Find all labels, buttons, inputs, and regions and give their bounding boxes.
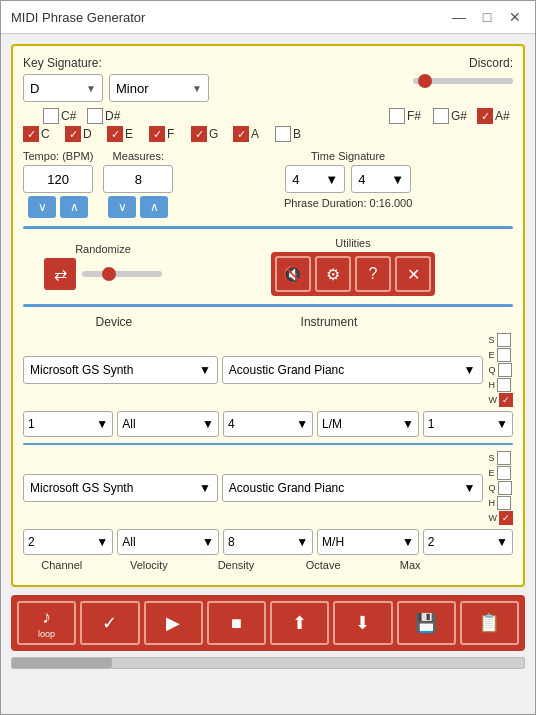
track1-cb-e[interactable] <box>497 348 511 362</box>
note-label-a: A <box>251 127 259 141</box>
stop-button[interactable]: ■ <box>207 601 266 645</box>
tempo-down-btn[interactable]: ∨ <box>28 196 56 218</box>
scrollbar[interactable] <box>11 657 525 669</box>
loop-button[interactable]: ♪ loop <box>17 601 76 645</box>
tempo-label: Tempo: (BPM) <box>23 150 93 162</box>
checkbox-g[interactable] <box>191 126 207 142</box>
maximize-button[interactable]: □ <box>477 7 497 27</box>
note-label-cs: C# <box>61 109 76 123</box>
measures-input[interactable] <box>103 165 173 193</box>
track1-density-val: 4 <box>228 417 235 431</box>
track2-channel-dd[interactable]: 2 ▼ <box>23 529 113 555</box>
discord-label: Discord: <box>469 56 513 70</box>
notes-row-sharps: C# D# F# G# <box>23 108 513 124</box>
save-button[interactable]: 💾 <box>397 601 456 645</box>
scroll-thumb[interactable] <box>12 658 112 668</box>
track1-ch-arrow: ▼ <box>96 417 108 431</box>
loop-label: loop <box>38 629 55 639</box>
tempo-up-btn[interactable]: ∧ <box>60 196 88 218</box>
mute-button[interactable]: 🔇 <box>275 256 311 292</box>
export-up-button[interactable]: ⬆ <box>270 601 329 645</box>
track-divider <box>23 443 513 445</box>
checkbox-fs[interactable] <box>389 108 405 124</box>
track1-density-dd[interactable]: 4 ▼ <box>223 411 313 437</box>
mode-dropdown[interactable]: Minor ▼ <box>109 74 209 102</box>
note-label-c: C <box>41 127 50 141</box>
checkbox-gs[interactable] <box>433 108 449 124</box>
track1-channel-dd[interactable]: 1 ▼ <box>23 411 113 437</box>
track1-max-dd[interactable]: 1 ▼ <box>423 411 513 437</box>
track1-cb-w[interactable] <box>499 393 513 407</box>
measures-down-btn[interactable]: ∨ <box>108 196 136 218</box>
discord-slider[interactable] <box>413 78 513 84</box>
stop-icon: ■ <box>231 613 242 634</box>
track2-cb-s[interactable] <box>497 451 511 465</box>
minimize-button[interactable]: — <box>449 7 469 27</box>
help-button[interactable]: ? <box>355 256 391 292</box>
track1-side-q: Q <box>489 363 514 377</box>
time-top-value: 4 <box>292 172 299 187</box>
randomize-thumb[interactable] <box>102 267 116 281</box>
tempo-input[interactable] <box>23 165 93 193</box>
checkbox-e[interactable] <box>107 126 123 142</box>
track2-cb-q[interactable] <box>498 481 512 495</box>
discord-thumb[interactable] <box>418 74 432 88</box>
track1-velocity-dd[interactable]: All ▼ <box>117 411 219 437</box>
track2-cb-w[interactable] <box>499 511 513 525</box>
measures-up-btn[interactable]: ∧ <box>140 196 168 218</box>
note-item-d: D <box>65 126 101 142</box>
key-sig-block: Key Signature: D ▼ Minor ▼ <box>23 56 209 102</box>
checkbox-d[interactable] <box>65 126 81 142</box>
copy-button[interactable]: 📋 <box>460 601 519 645</box>
track2-q-label: Q <box>489 483 496 493</box>
track2-density-dd[interactable]: 8 ▼ <box>223 529 313 555</box>
track2-device-dropdown[interactable]: Microsoft GS Synth ▼ <box>23 474 218 502</box>
checkbox-c[interactable] <box>23 126 39 142</box>
track1-velocity-val: All <box>122 417 135 431</box>
settings-button[interactable]: ⚙ <box>315 256 351 292</box>
track1-den-arrow: ▼ <box>296 417 308 431</box>
track1-octave-dd[interactable]: L/M ▼ <box>317 411 419 437</box>
track2-cb-e[interactable] <box>497 466 511 480</box>
checkbox-a[interactable] <box>233 126 249 142</box>
close-button[interactable]: ✕ <box>505 7 525 27</box>
keysig-discord-row: Key Signature: D ▼ Minor ▼ Discord: <box>23 56 513 102</box>
time-bottom-arrow: ▼ <box>391 172 404 187</box>
randomize-label: Randomize <box>75 243 131 255</box>
checkbox-f[interactable] <box>149 126 165 142</box>
track2-octave-dd[interactable]: M/H ▼ <box>317 529 419 555</box>
track2-instrument-value: Acoustic Grand Pianc <box>229 481 344 495</box>
notes-row-naturals: C D E F G <box>23 126 513 142</box>
key-dropdown[interactable]: D ▼ <box>23 74 103 102</box>
track2-instrument-dropdown[interactable]: Acoustic Grand Pianc ▼ <box>222 474 483 502</box>
check-button[interactable]: ✓ <box>80 601 139 645</box>
key-sig-label: Key Signature: <box>23 56 209 70</box>
randomize-button[interactable]: ⇄ <box>44 258 76 290</box>
export-down-icon: ⬇ <box>355 612 370 634</box>
checkbox-ds[interactable] <box>87 108 103 124</box>
max-label: Max <box>371 559 449 571</box>
checkbox-b[interactable] <box>275 126 291 142</box>
time-bottom-dropdown[interactable]: 4 ▼ <box>351 165 411 193</box>
track2-den-arrow: ▼ <box>296 535 308 549</box>
util-close-button[interactable]: ✕ <box>395 256 431 292</box>
time-sig-selects: 4 ▼ 4 ▼ <box>285 165 411 193</box>
track1-cb-q[interactable] <box>498 363 512 377</box>
note-label-d: D <box>83 127 92 141</box>
track2-max-dd[interactable]: 2 ▼ <box>423 529 513 555</box>
play-icon: ▶ <box>166 612 180 634</box>
channel-label: Channel <box>23 559 101 571</box>
checkbox-as[interactable] <box>477 108 493 124</box>
checkbox-cs[interactable] <box>43 108 59 124</box>
randomize-slider[interactable] <box>82 271 162 277</box>
track1-cb-h[interactable] <box>497 378 511 392</box>
track1-instrument-dropdown[interactable]: Acoustic Grand Pianc ▼ <box>222 356 483 384</box>
track1-device-dropdown[interactable]: Microsoft GS Synth ▼ <box>23 356 218 384</box>
track1-cb-s[interactable] <box>497 333 511 347</box>
bottom-toolbar: ♪ loop ✓ ▶ ■ ⬆ ⬇ 💾 📋 <box>11 595 525 651</box>
track2-cb-h[interactable] <box>497 496 511 510</box>
export-down-button[interactable]: ⬇ <box>333 601 392 645</box>
time-top-dropdown[interactable]: 4 ▼ <box>285 165 345 193</box>
play-button[interactable]: ▶ <box>144 601 203 645</box>
track2-velocity-dd[interactable]: All ▼ <box>117 529 219 555</box>
